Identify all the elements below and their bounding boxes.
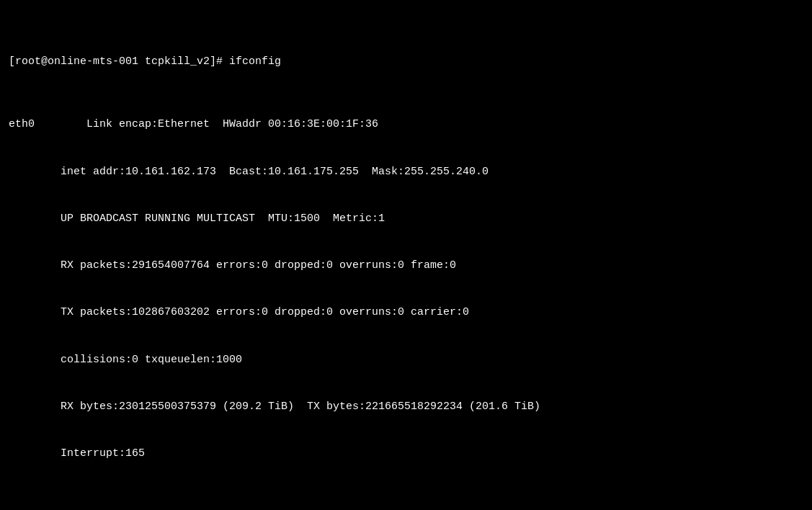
eth0-line4: RX packets:291654007764 errors:0 dropped… bbox=[9, 258, 803, 274]
terminal: [root@online-mts-001 tcpkill_v2]# ifconf… bbox=[9, 7, 803, 510]
command-line: [root@online-mts-001 tcpkill_v2]# ifconf… bbox=[9, 54, 803, 70]
eth0-line7: RX bytes:230125500375379 (209.2 TiB) TX … bbox=[9, 399, 803, 415]
eth0-line5: TX packets:102867603202 errors:0 dropped… bbox=[9, 305, 803, 321]
eth0-line1: Link encap:Ethernet HWaddr 00:16:3E:00:1… bbox=[35, 118, 391, 130]
eth0-label-line: eth0 Link encap:Ethernet HWaddr 00:16:3E… bbox=[9, 117, 803, 133]
eth0-line3: UP BROADCAST RUNNING MULTICAST MTU:1500 … bbox=[9, 211, 803, 227]
eth0-line2: inet addr:10.161.162.173 Bcast:10.161.17… bbox=[9, 164, 803, 180]
eth0-line6: collisions:0 txqueuelen:1000 bbox=[9, 352, 803, 368]
eth0-label: eth0 bbox=[9, 117, 35, 133]
eth0-line8: Interrupt:165 bbox=[9, 446, 803, 462]
